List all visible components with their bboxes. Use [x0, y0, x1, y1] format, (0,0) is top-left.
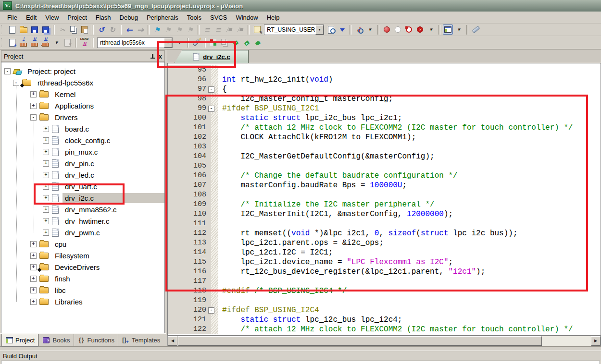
redo-button[interactable]	[107, 24, 118, 35]
configure-flags-button[interactable]	[251, 24, 263, 35]
tree-item-filesystem[interactable]: +Filesystem	[1, 250, 164, 261]
indent-button[interactable]	[213, 24, 224, 35]
breakpoint-menu-button[interactable]	[426, 24, 437, 35]
tree-item-applications[interactable]: +Applications	[1, 100, 164, 111]
scrollbar-thumb[interactable]	[178, 336, 542, 346]
build-button[interactable]	[18, 37, 29, 48]
navigate-back-button[interactable]	[124, 24, 135, 35]
comment-selection-button[interactable]	[224, 24, 235, 35]
new-file-button[interactable]	[7, 24, 18, 35]
build-output-content[interactable]	[1, 361, 600, 364]
tree-item-clock-config-c[interactable]: +clock_config.c	[1, 134, 164, 146]
expand-toggle[interactable]: +	[43, 137, 49, 144]
expand-toggle[interactable]: +	[43, 230, 49, 236]
manage-run-time-environment-button[interactable]	[208, 37, 219, 48]
expand-toggle[interactable]: +	[30, 91, 37, 97]
tree-item-rtthread-lpc55s6x[interactable]: -rtthread-lpc55s6x	[1, 77, 164, 88]
bookmark-next-button[interactable]	[174, 24, 185, 35]
panel-splitter[interactable]	[0, 346, 601, 351]
navigate-forward-button[interactable]	[135, 24, 146, 35]
breakpoint-toggle-button[interactable]	[381, 24, 392, 35]
cut-button[interactable]	[57, 24, 68, 35]
pin-icon[interactable]	[150, 53, 155, 59]
fold-toggle[interactable]: -	[208, 86, 214, 93]
tree-item-drv-uart-c[interactable]: +drv_uart.c	[1, 181, 164, 192]
paste-button[interactable]	[79, 24, 90, 35]
bookmark-clear-all-button[interactable]	[185, 24, 196, 35]
incremental-find-button[interactable]	[353, 24, 364, 35]
menu-edit[interactable]: Edit	[22, 12, 41, 23]
expand-toggle[interactable]: +	[43, 172, 49, 178]
find-next-button[interactable]	[337, 24, 348, 35]
tree-item-drv-hwtimer-c[interactable]: +drv_hwtimer.c	[1, 215, 164, 227]
tree-item-finsh[interactable]: +finsh	[1, 273, 164, 284]
pack-installer-button[interactable]	[230, 37, 241, 48]
uncomment-selection-button[interactable]	[235, 24, 246, 35]
find-in-files-button[interactable]	[326, 24, 337, 35]
scroll-left-icon[interactable]: ◀	[168, 336, 177, 346]
expand-toggle[interactable]: +	[43, 195, 49, 201]
chevron-down-icon[interactable]: ▼	[164, 38, 172, 48]
titlebar[interactable]: C:\nxp\rt-thread\bsp\lpc55sxx\lpc55s69_m…	[0, 0, 601, 12]
expand-toggle[interactable]: +	[30, 253, 37, 259]
expand-toggle[interactable]: +	[30, 241, 37, 247]
menu-file[interactable]: File	[3, 12, 22, 23]
tree-item-drv-pwm-c[interactable]: +drv_pwm.c	[1, 227, 164, 238]
target-options-button[interactable]	[191, 37, 202, 48]
tree-item-pin-mux-c[interactable]: +pin_mux.c	[1, 146, 164, 158]
menu-window[interactable]: Window	[231, 12, 262, 23]
save-all-button[interactable]	[40, 24, 51, 35]
fold-toggle[interactable]: -	[208, 307, 214, 314]
expand-toggle[interactable]: -	[4, 68, 11, 74]
expand-toggle[interactable]: -	[13, 80, 19, 86]
open-file-button[interactable]	[18, 24, 29, 35]
menu-flash[interactable]: Flash	[91, 12, 115, 23]
tree-item-project-project[interactable]: -Project: project	[1, 65, 164, 77]
tree-item-libc[interactable]: +libc	[1, 284, 164, 296]
menu-peripherals[interactable]: Peripherals	[142, 12, 183, 23]
chevron-down-icon[interactable]: ▼	[315, 25, 324, 35]
expand-toggle[interactable]: +	[43, 126, 49, 132]
incremental-find-menu-button[interactable]	[364, 24, 376, 35]
code-editor[interactable]: 9596int rt_hw_i2c_init(void)97-{98 i2c_m…	[167, 63, 601, 336]
panel-tab-project[interactable]: Project	[1, 334, 38, 347]
target-select-menu-button[interactable]	[174, 37, 185, 48]
select-software-packs-button[interactable]	[252, 37, 263, 48]
expand-toggle[interactable]: +	[30, 287, 37, 293]
filter-software-packs-button[interactable]	[241, 37, 252, 48]
expand-toggle[interactable]: +	[30, 299, 37, 305]
scroll-right-icon[interactable]: ▶	[591, 336, 601, 346]
define-select[interactable]: RT_USING_USER_MAI▼	[264, 24, 324, 35]
expand-toggle[interactable]: +	[30, 103, 37, 109]
expand-toggle[interactable]: +	[43, 206, 49, 213]
tree-item-kernel[interactable]: +Kernel	[1, 88, 164, 100]
batch-build-menu-button[interactable]	[51, 37, 62, 48]
breakpoint-kill-all-button[interactable]	[414, 24, 426, 35]
expand-toggle[interactable]: +	[43, 160, 49, 167]
horizontal-scrollbar[interactable]: ◀ ▶	[167, 336, 601, 346]
translate-button[interactable]	[7, 37, 18, 48]
tree-item-libraries[interactable]: +Libraries	[1, 296, 164, 307]
tree-item-cpu[interactable]: +cpu	[1, 238, 164, 250]
tree-item-drv-pin-c[interactable]: +drv_pin.c	[1, 158, 164, 169]
undo-button[interactable]	[96, 24, 107, 35]
expand-toggle[interactable]: +	[30, 264, 37, 270]
unindent-button[interactable]	[201, 24, 213, 35]
editor-tab-drv-i2c[interactable]: drv_i2c.c	[175, 50, 249, 63]
copy-button[interactable]	[68, 24, 79, 35]
stop-build-button[interactable]	[62, 37, 73, 48]
close-icon[interactable]: x	[159, 53, 162, 60]
breakpoint-disable-all-button[interactable]	[403, 24, 414, 35]
menu-help[interactable]: Help	[263, 12, 284, 23]
target-select[interactable]: rtthread-lpc55s6x▼	[97, 37, 173, 48]
tree-item-drv-led-c[interactable]: +drv_led.c	[1, 169, 164, 181]
scrollbar-track[interactable]	[542, 336, 591, 346]
expand-toggle[interactable]: +	[43, 218, 49, 224]
menu-svcs[interactable]: SVCS	[206, 12, 231, 23]
bookmark-toggle-button[interactable]	[151, 24, 163, 35]
rebuild-all-button[interactable]	[29, 37, 40, 48]
menu-view[interactable]: View	[41, 12, 63, 23]
tree-item-devicedrivers[interactable]: +DeviceDrivers	[1, 261, 164, 273]
expand-toggle[interactable]: +	[43, 149, 49, 155]
breakpoint-enable-disable-button[interactable]	[392, 24, 403, 35]
